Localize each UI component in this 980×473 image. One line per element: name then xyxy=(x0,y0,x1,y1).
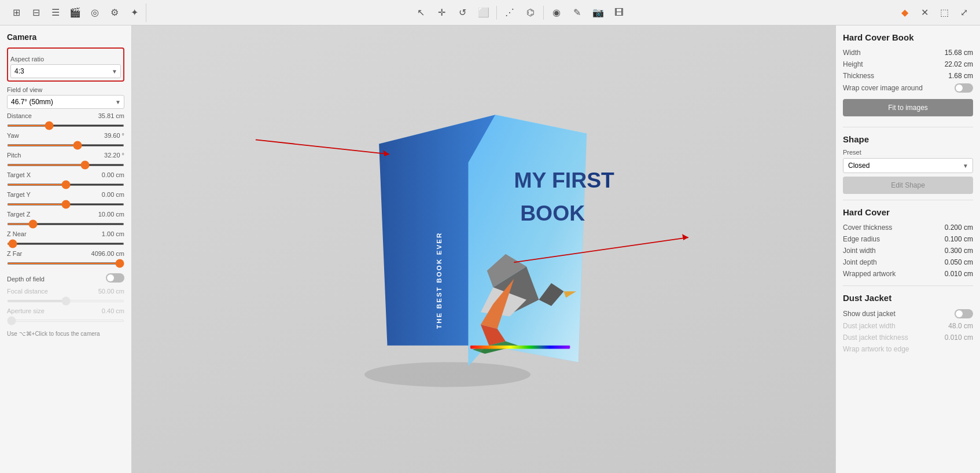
height-label: Height xyxy=(843,60,863,68)
pitch-label: Pitch xyxy=(7,152,47,159)
toolbar-group-right: ◆ ✕ ⬚ ⤢ xyxy=(893,3,975,22)
cover-thickness-label: Cover thickness xyxy=(843,223,892,232)
dust-jacket-width-row: Dust jacket width 48.0 cm xyxy=(843,320,973,332)
sun-icon[interactable]: ✦ xyxy=(125,3,143,22)
book-section-title: Hard Cover Book xyxy=(843,32,973,42)
edit-icon[interactable]: ✎ xyxy=(568,3,587,22)
znear-slider[interactable] xyxy=(7,243,124,245)
wrap-cover-toggle[interactable] xyxy=(955,83,973,93)
menu-icon[interactable]: ☰ xyxy=(46,3,65,22)
focal-slider-container xyxy=(7,296,124,304)
zfar-label: Z Far xyxy=(7,250,47,257)
distance-row: Distance 35.81 cm xyxy=(7,112,124,119)
targetx-label: Target X xyxy=(7,171,47,178)
distance-slider[interactable] xyxy=(7,124,124,127)
fit-to-images-button[interactable]: Fit to images xyxy=(843,99,973,116)
joint-width-row: Joint width 0.300 cm xyxy=(843,245,973,256)
toolbar-divider2 xyxy=(543,6,544,20)
toolbar-divider xyxy=(496,6,497,20)
dust-jacket-thickness-value: 0.010 cm xyxy=(945,333,973,342)
monitor-icon[interactable]: ⬜ xyxy=(474,3,493,22)
width-label: Width xyxy=(843,49,861,57)
joint-depth-row: Joint depth 0.050 cm xyxy=(843,256,973,268)
focal-slider[interactable] xyxy=(7,300,124,302)
pitch-value: 32.20 ° xyxy=(95,152,124,159)
spine-text: THE BEST BOOK EVER xyxy=(436,232,443,328)
distance-label: Distance xyxy=(7,112,47,119)
toolbar: ⊞ ⊟ ☰ 🎬 ◎ ⚙ ✦ ↖ ✛ ↺ ⬜ ⋰ ⌬ ◉ ✎ 📷 🎞 ◆ ✕ ⬚ … xyxy=(0,0,980,25)
grid-small-icon[interactable]: ⊞ xyxy=(7,3,25,22)
edge-radius-value: 0.100 cm xyxy=(945,235,973,243)
aspect-ratio-select[interactable]: 4:3 16:9 1:1 Custom xyxy=(10,64,121,78)
targetz-value: 10.00 cm xyxy=(95,211,124,218)
main-area: Camera Aspect ratio 4:3 16:9 1:1 Custom … xyxy=(0,25,980,473)
dof-toggle[interactable] xyxy=(106,273,124,283)
settings-icon[interactable]: ⚙ xyxy=(105,3,124,22)
pitch-slider[interactable] xyxy=(7,164,124,166)
left-panel: Camera Aspect ratio 4:3 16:9 1:1 Custom … xyxy=(0,25,132,473)
target-icon[interactable]: ◎ xyxy=(86,3,104,22)
targety-slider[interactable] xyxy=(7,203,124,206)
focal-value: 50.00 cm xyxy=(98,288,124,295)
orange-cube-icon[interactable]: ◆ xyxy=(896,3,914,22)
zfar-slider-container xyxy=(7,258,124,266)
focal-label: Focal distance xyxy=(7,288,48,295)
aperture-slider[interactable] xyxy=(7,320,124,322)
edit-shape-button[interactable]: Edit Shape xyxy=(843,177,973,194)
grid-large-icon[interactable]: ⊟ xyxy=(27,3,45,22)
distance-value: 35.81 cm xyxy=(95,112,124,119)
znear-value: 1.00 cm xyxy=(95,230,124,237)
film-icon[interactable]: 🎞 xyxy=(610,3,628,22)
expand-icon[interactable]: ⤢ xyxy=(955,3,973,22)
canvas-area[interactable]: THE BEST BOOK EVER MY FIRST BOOK xyxy=(132,25,835,473)
yaw-label: Yaw xyxy=(7,132,47,139)
camera-hint: Use ⌥⌘+Click to focus the camera xyxy=(7,331,124,337)
bone-icon[interactable]: ⌬ xyxy=(521,3,540,22)
wrap-artwork-edge-label: Wrap artwork to edge xyxy=(843,345,909,353)
wrapped-artwork-row: Wrapped artwork 0.010 cm xyxy=(843,268,973,280)
toolbar-group-left: ⊞ ⊟ ☰ 🎬 ◎ ⚙ ✦ xyxy=(5,3,146,22)
show-dust-jacket-toggle[interactable] xyxy=(955,309,973,318)
show-dust-jacket-row: Show dust jacket xyxy=(843,307,973,320)
move-icon[interactable]: ✛ xyxy=(433,3,451,22)
aspect-ratio-select-wrapper: 4:3 16:9 1:1 Custom ▼ xyxy=(10,64,121,78)
targety-label: Target Y xyxy=(7,191,47,198)
znear-row: Z Near 1.00 cm xyxy=(7,230,124,237)
fov-select[interactable]: 46.7° (50mm) 30° (80mm) 75° (24mm) xyxy=(7,95,124,109)
targetz-slider[interactable] xyxy=(7,223,124,225)
close-circle-icon[interactable]: ✕ xyxy=(915,3,934,22)
thickness-label: Thickness xyxy=(843,72,874,80)
targetx-slider[interactable] xyxy=(7,184,124,186)
targety-slider-container xyxy=(7,199,124,207)
targetz-label: Target Z xyxy=(7,211,47,218)
cursor-icon[interactable]: ↖ xyxy=(412,3,430,22)
right-panel: Hard Cover Book Width 15.68 cm Height 22… xyxy=(835,25,980,473)
dof-label: Depth of field xyxy=(7,276,45,283)
section-divider-2 xyxy=(843,200,973,200)
width-row: Width 15.68 cm xyxy=(843,47,973,58)
joint-depth-label: Joint depth xyxy=(843,258,877,266)
width-value: 15.68 cm xyxy=(945,49,973,57)
targetz-slider-container xyxy=(7,219,124,227)
nodes-icon[interactable]: ⋰ xyxy=(500,3,519,22)
preset-select-wrapper: Closed Open Half Open ▼ xyxy=(843,158,973,173)
wrapped-artwork-label: Wrapped artwork xyxy=(843,270,896,278)
viewport-icon[interactable]: ⬚ xyxy=(935,3,953,22)
preset-select[interactable]: Closed Open Half Open xyxy=(843,158,973,173)
aspect-ratio-label: Aspect ratio xyxy=(10,56,121,63)
zfar-slider[interactable] xyxy=(7,262,124,265)
circle-icon[interactable]: ◉ xyxy=(547,3,566,22)
arrowhead-2 xyxy=(682,234,688,240)
thickness-value: 1.68 cm xyxy=(948,72,973,80)
aperture-row: Aperture size 0.40 cm xyxy=(7,307,124,314)
thickness-row: Thickness 1.68 cm xyxy=(843,70,973,82)
pitch-row: Pitch 32.20 ° xyxy=(7,152,124,159)
rotate-icon[interactable]: ↺ xyxy=(454,3,472,22)
clapper-icon[interactable]: 🎬 xyxy=(66,3,84,22)
dust-jacket-width-value: 48.0 cm xyxy=(948,322,973,330)
joint-width-value: 0.300 cm xyxy=(945,247,973,255)
targety-value: 0.00 cm xyxy=(95,191,124,198)
camera-icon[interactable]: 📷 xyxy=(589,3,607,22)
fov-select-wrapper: 46.7° (50mm) 30° (80mm) 75° (24mm) ▼ xyxy=(7,95,124,109)
yaw-slider[interactable] xyxy=(7,144,124,146)
